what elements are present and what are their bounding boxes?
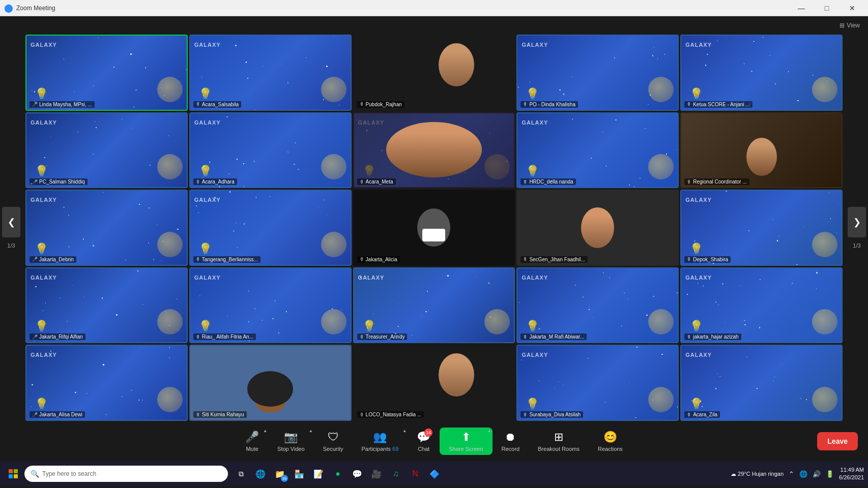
video-cell[interactable]: GALAXY💡🎙PO - Dinda Khalisha — [516, 35, 679, 111]
app1-icon[interactable]: 📝 — [309, 465, 328, 483]
video-cell[interactable]: GALAXY💡🎙Ketua SCORE - Anjani ... — [680, 35, 843, 111]
title-bar-left: ⬤ Zoom Meeting — [4, 3, 55, 13]
mic-on-icon: 🎙 — [360, 179, 364, 185]
video-cell[interactable]: GALAXY💡🎙jakarta_hajar azizah — [680, 267, 843, 344]
security-label: Security — [323, 446, 343, 452]
chevron-up-icon[interactable]: ⌃ — [787, 469, 796, 479]
video-cell[interactable]: GALAXY💡🎙Surabaya_Diva Atsilah — [516, 345, 679, 421]
prev-page-button[interactable]: ❮ — [2, 207, 20, 237]
svg-rect-3 — [14, 474, 18, 478]
video-cell[interactable]: GALAXY💡🎙HRDC_della nanda — [516, 112, 679, 189]
network-icon[interactable]: 🌐 — [797, 469, 809, 479]
video-cell[interactable]: GALAXY💡🎙Acara_Meta — [353, 112, 515, 189]
view-button[interactable]: ⊞ View — [840, 22, 860, 29]
video-cell[interactable]: GALAXY💡🎙Treasurer_Arindy — [353, 267, 515, 344]
video-cell[interactable]: GALAXY💡🎤Linda Maysha, MPsi, ... — [25, 35, 188, 111]
chat-button[interactable]: 💬 14 Chat — [408, 428, 440, 455]
weather-text: 29°C Hujan ringan — [738, 471, 784, 477]
participant-name: 🎙PO - Dinda Khalisha — [520, 101, 578, 108]
stop-video-button[interactable]: ▲ 📷 Stop Video — [268, 428, 314, 455]
video-cell[interactable]: GALAXY💡🎤Jakarta_Rifqi Alfian — [25, 267, 188, 344]
system-tray: ⌃ 🌐 🔊 🔋 — [787, 469, 836, 479]
volume-icon[interactable]: 🔊 — [811, 469, 823, 479]
reactions-button[interactable]: 😊 Reactions — [589, 428, 632, 455]
participant-name: 🎙Acara_Meta — [357, 178, 396, 185]
participant-name-text: PC_Salman Shiddiq — [39, 179, 85, 185]
participant-name: 🎙Acara_Zila — [684, 411, 720, 418]
mic-on-icon: 🎙 — [523, 412, 528, 417]
record-button[interactable]: ⏺ Record — [493, 428, 529, 455]
maximize-button[interactable]: □ — [815, 0, 838, 16]
app4-icon[interactable]: 🔷 — [425, 465, 444, 483]
file-explorer-icon[interactable]: 📁39 — [271, 465, 289, 483]
next-page-button[interactable]: ❯ — [848, 207, 866, 237]
view-label: View — [847, 22, 860, 29]
participant-name-text: SecGen_Jihan Faadhil... — [529, 257, 585, 262]
video-cell[interactable]: GALAXY💡🎙Depok_Shabira — [680, 190, 843, 266]
video-cell[interactable]: GALAXY💡🎙Jakarta_M Rafi Abiwar... — [516, 267, 679, 344]
participants-icon: 👥 — [373, 431, 387, 444]
video-cell[interactable]: 🎙SecGen_Jihan Faadhil... — [516, 190, 679, 266]
participants-arrow: ▲ — [402, 429, 407, 433]
app2-icon[interactable]: ● — [329, 465, 347, 483]
participants-button[interactable]: ▲ 👥 Participants 69 — [352, 428, 408, 455]
battery-icon[interactable]: 🔋 — [824, 469, 836, 479]
mic-on-icon: 🎙 — [687, 412, 691, 417]
reactions-label: Reactions — [598, 446, 623, 452]
video-cell[interactable]: GALAXY💡🎙Tangerang_Berlianniss... — [189, 190, 352, 266]
video-cell[interactable]: GALAXY💡🎤PC_Salman Shiddiq — [25, 112, 188, 189]
participant-name-text: Linda Maysha, MPsi, ... — [39, 102, 92, 107]
participant-name-text: Siti Kurnia Rahayu — [202, 412, 244, 417]
edge-browser-icon[interactable]: 🌐 — [251, 465, 270, 483]
video-cell[interactable]: 🎙Regional Coordinator ... — [680, 112, 843, 189]
breakout-rooms-button[interactable]: ⊞ Breakout Rooms — [529, 428, 589, 455]
participant-name: 🎤Jakarta_Rifqi Alfian — [30, 333, 85, 340]
title-bar-title: Zoom Meeting — [16, 5, 55, 12]
participant-name: 🎙Jakarta_Alicia — [357, 256, 400, 263]
store-icon[interactable]: 🏪 — [290, 465, 308, 483]
mic-on-icon: 🎙 — [523, 179, 528, 185]
taskbar-right: ☁ 29°C Hujan ringan ⌃ 🌐 🔊 🔋 11:49 AM 6/2… — [731, 466, 864, 482]
security-button[interactable]: 🛡 Security — [314, 428, 353, 455]
netflix-icon[interactable]: N — [406, 465, 424, 483]
participant-name-text: Jakarta_M Rafi Abiwar... — [529, 334, 584, 340]
video-cell[interactable]: 🎙Siti Kurnia Rahayu — [189, 345, 352, 421]
video-cell[interactable]: GALAXY💡🎤Jakarta_Alisa Dewi — [25, 345, 188, 421]
minimize-button[interactable]: — — [790, 0, 813, 16]
toolbar: ▲ 🎤 Mute ▲ 📷 Stop Video 🛡 Security ▲ 👥 P… — [0, 421, 868, 462]
search-placeholder: Type here to search — [42, 470, 96, 477]
clock-widget[interactable]: 11:49 AM 6/26/2021 — [839, 466, 864, 482]
spotify-icon[interactable]: ♫ — [387, 465, 405, 483]
video-cell[interactable]: GALAXY💡🎙Riau_ Alifah Fitria An... — [189, 267, 352, 344]
mic-on-icon: 🎙 — [196, 334, 200, 340]
participant-name: 🎙Regional Coordinator ... — [684, 178, 749, 185]
share-screen-button[interactable]: ▲ ⬆ Share Screen — [440, 428, 492, 455]
participant-name: 🎙Ketua SCORE - Anjani ... — [684, 101, 753, 108]
close-button[interactable]: ✕ — [841, 0, 864, 16]
participant-name: 🎙HRDC_della nanda — [520, 178, 575, 185]
taskbar-search[interactable]: 🔍 Type here to search — [24, 466, 228, 482]
page-indicator-right: 1/3 — [853, 242, 860, 249]
share-icon: ⬆ — [461, 431, 471, 444]
video-cell[interactable]: GALAXY💡🎙Acara_Salsabila — [189, 35, 352, 111]
zoom-taskbar-icon[interactable]: 🎥 — [367, 465, 386, 483]
video-cell[interactable]: 🎙LOCO_Natasya Fadia ... — [353, 345, 515, 421]
video-grid: GALAXY💡🎤Linda Maysha, MPsi, ...GALAXY💡🎙A… — [25, 35, 843, 421]
participant-name-text: Riau_ Alifah Fitria An... — [202, 334, 253, 340]
mic-on-icon: 🎙 — [687, 334, 691, 340]
task-view-button[interactable]: ⧉ — [232, 465, 250, 483]
mute-button[interactable]: ▲ 🎤 Mute — [236, 428, 268, 455]
app3-icon[interactable]: 💬 — [348, 465, 366, 483]
mic-off-icon: 🎤 — [32, 179, 38, 185]
video-cell[interactable]: 🎙Jakarta_Alicia — [353, 190, 515, 266]
mic-on-icon: 🎙 — [196, 412, 200, 417]
leave-button[interactable]: Leave — [817, 432, 858, 450]
video-cell[interactable]: GALAXY💡🎙Acara_Zila — [680, 345, 843, 421]
participant-name: 🎤PC_Salman Shiddiq — [30, 178, 88, 185]
video-cell[interactable]: 🎙Pubdok_Rajhan — [353, 35, 515, 111]
video-cell[interactable]: GALAXY💡🎤Jakarta_Debrin — [25, 190, 188, 266]
start-button[interactable] — [4, 465, 22, 483]
participant-name: 🎙Surabaya_Diva Atsilah — [520, 411, 583, 418]
participant-name: 🎤Jakarta_Debrin — [30, 256, 76, 263]
video-cell[interactable]: GALAXY💡🎙Acara_Adhara — [189, 112, 352, 189]
